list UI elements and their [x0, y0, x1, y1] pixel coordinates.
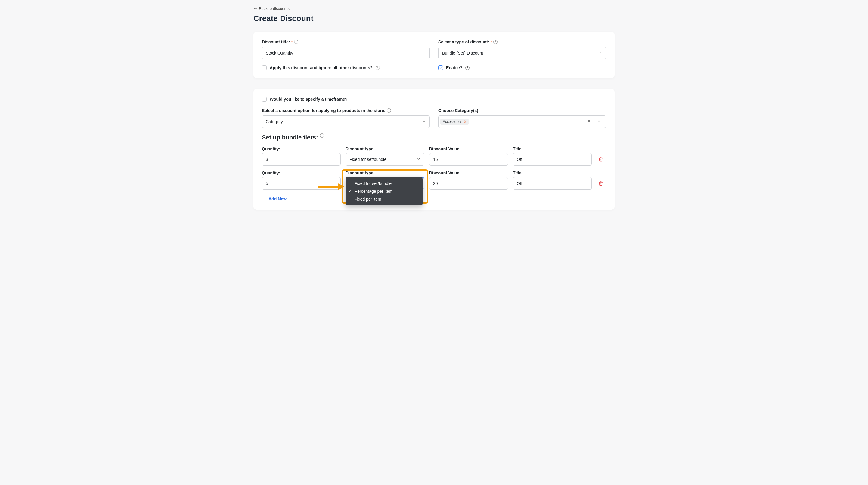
delete-tier-button[interactable] — [596, 153, 605, 166]
discount-title-input[interactable] — [262, 47, 430, 59]
tier-title-input[interactable] — [513, 177, 592, 190]
info-icon[interactable]: i — [387, 109, 391, 113]
apply-ignore-checkbox[interactable] — [262, 65, 267, 70]
quantity-input[interactable] — [262, 153, 341, 166]
discount-type-select[interactable]: Bundle (Set) Discount — [438, 47, 606, 59]
info-icon[interactable]: i — [376, 66, 380, 70]
discount-type-label: Select a type of discount: * i — [438, 39, 606, 44]
enable-label: Enable? — [446, 65, 462, 70]
apply-ignore-label: Apply this discount and ignore all other… — [270, 65, 373, 70]
timeframe-checkbox[interactable] — [262, 97, 267, 102]
add-new-label: Add New — [269, 196, 286, 201]
back-link[interactable]: ← Back to discounts — [253, 6, 289, 11]
plus-icon — [262, 197, 266, 201]
discount-option-label: Select a discount option for applying to… — [262, 108, 430, 113]
tier-title-input[interactable] — [513, 153, 592, 166]
tier-discount-type-select[interactable]: Fixed for set/bundle — [345, 153, 424, 166]
discount-option-select[interactable]: Category — [262, 115, 430, 128]
tag-remove-icon[interactable]: × — [464, 120, 466, 124]
discount-title-label: Discount title: * i — [262, 39, 430, 44]
check-icon: ✓ — [348, 189, 351, 193]
delete-tier-button[interactable] — [596, 177, 605, 190]
discount-type-dropdown: Fixed for set/bundle ✓ Percentage per it… — [345, 177, 423, 205]
discount-type-label: Discount type: — [345, 146, 424, 151]
discount-type-label: Discount type: — [345, 171, 424, 175]
dropdown-option[interactable]: Fixed for set/bundle — [345, 179, 423, 188]
discount-value-input[interactable] — [429, 153, 508, 166]
tier-title-label: Title: — [513, 171, 592, 175]
card-tiers: Would you like to specify a timeframe? S… — [253, 89, 615, 210]
choose-category-label: Choose Category(s) — [438, 108, 606, 113]
dropdown-option[interactable]: Fixed per item — [345, 195, 423, 203]
chevron-down-icon[interactable] — [594, 119, 604, 124]
category-tag: Accessories × — [440, 119, 469, 125]
info-icon[interactable]: i — [320, 134, 324, 138]
clear-all-icon[interactable] — [585, 119, 593, 124]
info-icon[interactable]: i — [493, 40, 497, 44]
back-link-label: Back to discounts — [259, 6, 289, 11]
info-icon[interactable]: i — [294, 40, 298, 44]
quantity-input[interactable] — [262, 177, 341, 190]
bundle-tiers-title: Set up bundle tiers: i — [262, 134, 606, 141]
page-title: Create Discount — [253, 14, 615, 23]
tier-row: Quantity: Discount type: Percentage per … — [262, 171, 606, 190]
card-basic-settings: Discount title: * i Select a type of dis… — [253, 32, 615, 78]
timeframe-label: Would you like to specify a timeframe? — [270, 97, 348, 102]
enable-checkbox[interactable] — [438, 65, 443, 70]
dropdown-option[interactable]: ✓ Percentage per item — [345, 188, 423, 195]
discount-value-input[interactable] — [429, 177, 508, 190]
choose-category-multiselect[interactable]: Accessories × — [438, 115, 606, 128]
tier-row: Quantity: Discount type: Fixed for set/b… — [262, 146, 606, 166]
quantity-label: Quantity: — [262, 171, 341, 175]
add-new-tier-button[interactable]: Add New — [262, 196, 286, 201]
quantity-label: Quantity: — [262, 146, 341, 151]
info-icon[interactable]: i — [465, 66, 469, 70]
tier-title-label: Title: — [513, 146, 592, 151]
required-indicator: * — [491, 39, 492, 44]
discount-value-label: Discount Value: — [429, 171, 508, 175]
arrow-left-icon: ← — [253, 6, 258, 10]
required-indicator: * — [291, 39, 292, 44]
discount-value-label: Discount Value: — [429, 146, 508, 151]
